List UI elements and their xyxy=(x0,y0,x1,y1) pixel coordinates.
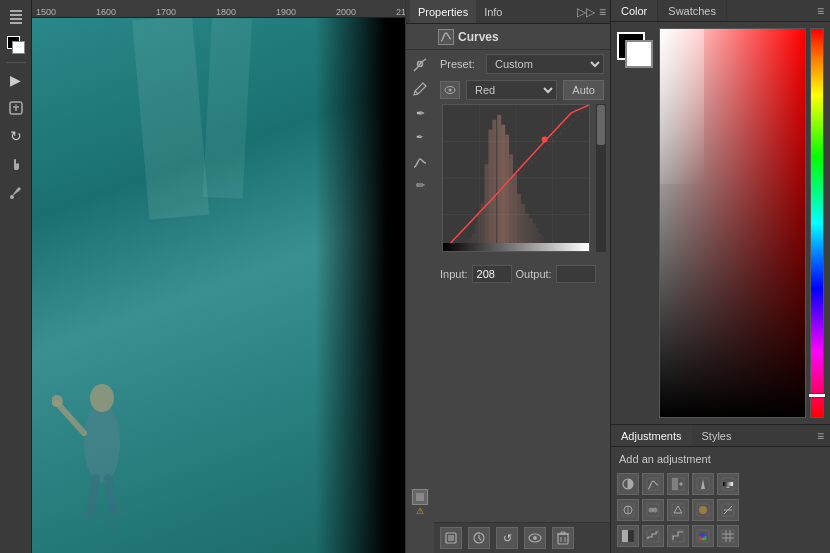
svg-point-19 xyxy=(449,89,452,92)
reset-clip-btn[interactable] xyxy=(440,527,462,549)
photo-filter-btn[interactable] xyxy=(692,499,714,521)
brightness-contrast-btn[interactable] xyxy=(617,473,639,495)
svg-rect-93 xyxy=(722,530,734,542)
svg-rect-31 xyxy=(509,154,513,251)
svg-marker-70 xyxy=(726,486,730,488)
invert-btn[interactable] xyxy=(617,525,639,547)
svg-rect-38 xyxy=(488,130,492,251)
svg-rect-32 xyxy=(513,174,517,251)
color-tabs: Color Swatches ≡ xyxy=(611,0,830,22)
pencil-tool[interactable] xyxy=(409,78,431,100)
ruler-tick: 1600 xyxy=(96,7,156,17)
input-field[interactable] xyxy=(472,265,512,283)
tool-arrow[interactable]: ▶ xyxy=(3,67,29,93)
tab-properties[interactable]: Properties xyxy=(410,0,476,23)
curves-adj-btn[interactable] xyxy=(642,473,664,495)
color-picker-area xyxy=(611,22,830,424)
curves-graph[interactable] xyxy=(442,104,590,252)
svg-rect-86 xyxy=(628,530,634,542)
delete-btn[interactable] xyxy=(552,527,574,549)
tab-info[interactable]: Info xyxy=(476,0,510,23)
smooth-tool[interactable]: ✏ xyxy=(409,174,431,196)
right-panel: Color Swatches ≡ xyxy=(610,0,830,553)
adjustments-panel: Adjustments Styles ≡ Add an adjustment xyxy=(611,424,830,549)
preset-select[interactable]: Custom Default Strong Contrast Medium Co… xyxy=(486,54,604,74)
svg-marker-67 xyxy=(701,479,705,489)
channel-eye-btn[interactable] xyxy=(440,81,460,99)
left-tools: ✒ ✒ ✏ ⚠ xyxy=(406,50,434,513)
curves-scrollbar[interactable] xyxy=(596,104,606,252)
tool-layers[interactable] xyxy=(3,4,29,30)
svg-rect-0 xyxy=(10,14,22,16)
output-label: Output: xyxy=(516,268,552,280)
svg-rect-30 xyxy=(505,135,509,251)
color-gradient-wrapper xyxy=(659,28,824,418)
channel-select[interactable]: Red RGB Green Blue xyxy=(466,80,557,100)
history-btn[interactable] xyxy=(468,527,490,549)
levels-btn[interactable] xyxy=(692,473,714,495)
properties-panel: Properties Info ▷▷ ≡ Curves ✒ ✒ xyxy=(405,0,610,553)
adj-row-2 xyxy=(611,497,830,523)
adj-row-1 xyxy=(611,471,830,497)
selective-color-btn[interactable] xyxy=(692,525,714,547)
vibrance-btn[interactable] xyxy=(642,499,664,521)
svg-point-7 xyxy=(15,104,17,106)
ruler-tick: 2100 xyxy=(396,7,405,17)
tool-info[interactable] xyxy=(3,95,29,121)
auto-button[interactable]: Auto xyxy=(563,80,604,100)
tab-swatches[interactable]: Swatches xyxy=(658,0,727,21)
tool-hand[interactable] xyxy=(3,151,29,177)
svg-line-11 xyxy=(57,403,84,433)
tool-brush[interactable] xyxy=(3,179,29,205)
color-gradient-field[interactable] xyxy=(659,28,806,418)
svg-point-10 xyxy=(90,384,114,412)
svg-point-80 xyxy=(699,506,707,514)
ruler-tick: 1500 xyxy=(36,7,96,17)
hue-strip[interactable] xyxy=(810,28,824,418)
adjust-tool[interactable] xyxy=(409,54,431,76)
tool-fg-color[interactable] xyxy=(3,32,29,58)
svg-line-13 xyxy=(90,478,96,513)
preset-label: Preset: xyxy=(440,58,480,70)
bg-swatch[interactable] xyxy=(625,40,653,68)
svg-rect-1 xyxy=(10,18,22,20)
output-field[interactable] xyxy=(556,265,596,283)
svg-line-16 xyxy=(415,91,418,94)
svg-rect-2 xyxy=(10,10,22,12)
color-balance-btn[interactable] xyxy=(667,499,689,521)
eyedropper2-tool[interactable]: ✒ xyxy=(409,126,431,148)
hsl-btn[interactable] xyxy=(617,499,639,521)
exposure-btn[interactable] xyxy=(667,473,689,495)
svg-point-76 xyxy=(653,508,658,513)
gradient-map-btn[interactable] xyxy=(717,473,739,495)
tab-color[interactable]: Color xyxy=(611,0,658,21)
menu-icon[interactable]: ≡ xyxy=(599,5,606,19)
svg-point-8 xyxy=(10,195,14,199)
adj-panel-menu[interactable]: ≡ xyxy=(811,425,830,446)
visibility-btn[interactable] xyxy=(524,527,546,549)
tool-rotate[interactable]: ↻ xyxy=(3,123,29,149)
expand-icon[interactable]: ▷▷ xyxy=(577,5,595,19)
svg-point-49 xyxy=(542,137,548,143)
svg-marker-78 xyxy=(674,506,682,513)
threshold-btn[interactable] xyxy=(667,525,689,547)
grid-btn[interactable] xyxy=(717,525,739,547)
svg-point-92 xyxy=(700,533,705,538)
channel-row: Red RGB Green Blue Auto xyxy=(434,78,610,102)
tab-styles[interactable]: Styles xyxy=(692,425,742,446)
icon-sidebar: ▶ ↻ xyxy=(0,0,32,553)
eyedropper-tool[interactable]: ✒ xyxy=(409,102,431,124)
svg-rect-39 xyxy=(484,164,488,251)
color-panel-menu[interactable]: ≡ xyxy=(811,0,830,21)
svg-rect-37 xyxy=(492,120,496,251)
svg-line-14 xyxy=(108,478,114,513)
fg-bg-swatches[interactable] xyxy=(617,32,653,68)
undo-btn[interactable]: ↺ xyxy=(496,527,518,549)
channel-mixer-btn[interactable] xyxy=(717,499,739,521)
posterize-btn[interactable] xyxy=(642,525,664,547)
image-area: 1500 1600 1700 1800 1900 2000 2100 2200 … xyxy=(32,0,405,553)
svg-rect-55 xyxy=(558,534,568,544)
tab-adjustments[interactable]: Adjustments xyxy=(611,425,692,446)
ruler-top: 1500 1600 1700 1800 1900 2000 2100 2200 … xyxy=(32,0,405,18)
curves-draw-tool[interactable] xyxy=(409,150,431,172)
